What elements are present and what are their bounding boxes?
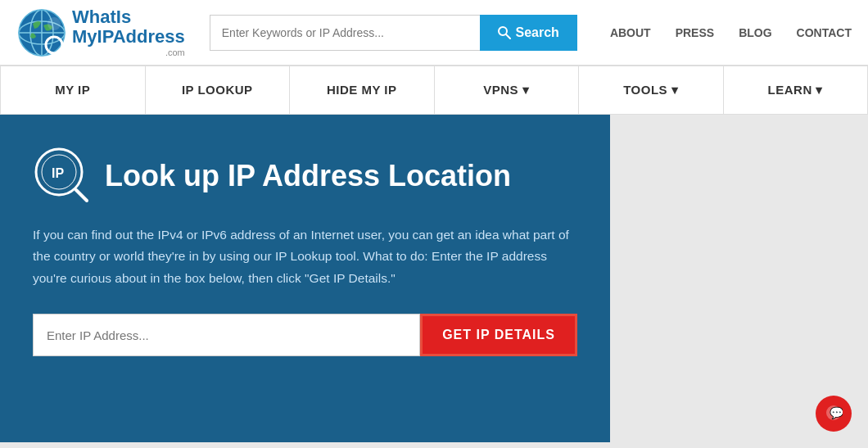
- main-content: IP Look up IP Address Location If you ca…: [0, 115, 610, 442]
- logo-area: WhatIs MyIPAddress .com: [16, 7, 185, 58]
- logo-icon: [16, 7, 67, 58]
- nav-item-learn[interactable]: LEARN ▾: [724, 66, 869, 114]
- nav-item-tools[interactable]: TOOLS ▾: [579, 66, 724, 114]
- nav-contact[interactable]: CONTACT: [797, 26, 852, 39]
- ip-magnifier-icon: IP: [33, 147, 90, 205]
- ip-input-row: GET IP DETAILS: [33, 314, 577, 356]
- main-nav: MY IP IP LOOKUP HIDE MY IP VPNS ▾ TOOLS …: [0, 66, 868, 115]
- hero-description: If you can find out the IPv4 or IPv6 add…: [33, 224, 577, 289]
- search-input[interactable]: [210, 15, 480, 51]
- nav-press[interactable]: PRESS: [676, 26, 714, 39]
- logo-text: WhatIs MyIPAddress .com: [72, 7, 185, 57]
- get-ip-details-button[interactable]: GET IP DETAILS: [420, 314, 577, 356]
- chat-icon[interactable]: 💬: [816, 396, 852, 432]
- svg-line-7: [60, 51, 66, 57]
- nav-item-iplookup[interactable]: IP LOOKUP: [146, 66, 291, 114]
- hero-title-area: IP Look up IP Address Location: [33, 147, 577, 205]
- chat-bubble-icon: 💬: [825, 405, 843, 423]
- header: WhatIs MyIPAddress .com Search ABOUT PRE…: [0, 0, 868, 66]
- sidebar: [610, 115, 868, 442]
- search-button[interactable]: Search: [480, 15, 577, 51]
- svg-line-10: [506, 34, 510, 38]
- nav-blog[interactable]: BLOG: [739, 26, 771, 39]
- svg-text:IP: IP: [52, 166, 64, 180]
- ip-address-input[interactable]: [33, 314, 420, 356]
- logo-com: .com: [72, 48, 185, 57]
- search-icon: [498, 26, 511, 39]
- logo-whatis: WhatIs: [72, 7, 185, 27]
- nav-item-vpns[interactable]: VPNS ▾: [435, 66, 580, 114]
- svg-text:💬: 💬: [830, 406, 843, 420]
- content-area: IP Look up IP Address Location If you ca…: [0, 115, 868, 442]
- top-nav: ABOUT PRESS BLOG CONTACT: [610, 26, 852, 39]
- svg-point-8: [47, 17, 61, 30]
- svg-line-14: [76, 190, 87, 201]
- logo-myipaddress: MyIPAddress: [72, 27, 185, 47]
- search-bar: Search: [210, 15, 577, 51]
- nav-item-hidemyip[interactable]: HIDE MY IP: [290, 66, 435, 114]
- nav-about[interactable]: ABOUT: [610, 26, 651, 39]
- nav-item-myip[interactable]: MY IP: [0, 66, 146, 114]
- hero-title: Look up IP Address Location: [105, 158, 511, 193]
